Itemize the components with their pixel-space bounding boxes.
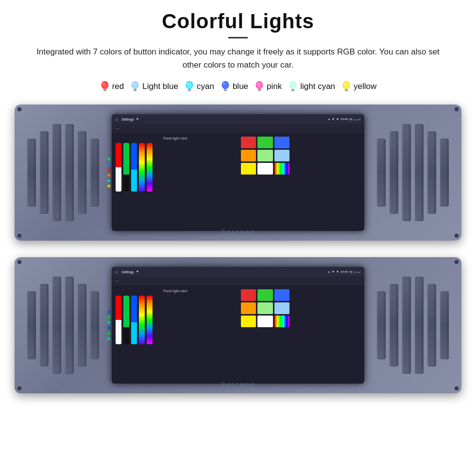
color-bar-red-white-2 (116, 296, 121, 344)
color-bar-rgb-2 (139, 296, 145, 344)
fin (427, 131, 436, 214)
bulb-icon-pink (254, 80, 265, 93)
led-cyan (108, 179, 110, 182)
vent-left-2 (15, 257, 112, 393)
led-blue (108, 163, 110, 166)
fin (427, 284, 436, 367)
settings-label: Settings (121, 118, 134, 121)
settings-pin-2: ✦ (136, 270, 139, 274)
color-label-blue: blue (233, 82, 248, 91)
home-icon: ⌂ (116, 118, 118, 121)
svg-rect-22 (258, 89, 261, 90)
device-container-2: ⌂ Settings ✦ ✦ ▼ ▼ 14:40 📷 ◁ (15, 257, 461, 398)
fin (402, 277, 411, 374)
led-cyan-2 (108, 321, 110, 324)
svg-point-1 (102, 82, 107, 88)
fin (65, 124, 74, 221)
camera-icon-2: 📷 (349, 270, 353, 274)
back-btn: ↩ (358, 118, 360, 121)
color-bar-rainbow (147, 143, 153, 192)
svg-rect-18 (224, 90, 227, 91)
volume-icon: ◁ (354, 118, 357, 121)
grid-cell-lightblue (274, 150, 289, 161)
page-wrapper: Colorful Lights Integrated with 7 colors… (0, 0, 476, 424)
screen-right-section (241, 137, 360, 227)
svg-rect-28 (291, 90, 295, 91)
color-item-pink: pink (254, 80, 282, 93)
color-grid (241, 137, 289, 175)
color-item-yellow: yellow (341, 80, 376, 93)
color-bars-2 (116, 296, 235, 344)
vent-right-2 (364, 257, 461, 393)
vent-left-1 (15, 105, 112, 241)
color-bar-green (123, 143, 129, 192)
fin (377, 291, 386, 359)
color-item-lightblue: Light blue (130, 80, 178, 93)
volume-icon-2: ◁ (354, 270, 357, 274)
svg-rect-3 (103, 90, 106, 91)
svg-point-34 (344, 83, 346, 85)
color-label-lightcyan: light cyan (300, 82, 335, 91)
color-item-lightcyan: light cyan (288, 80, 335, 93)
color-item-blue: blue (220, 80, 248, 93)
screen-2: ⌂ Settings ✦ ✦ ▼ ▼ 14:40 📷 ◁ (112, 267, 364, 384)
device-container-1: ⌂ Settings ✦ ✦ ▼ ▼ 14:40 📷 ◁ (15, 105, 461, 246)
fin (40, 131, 49, 214)
settings-label-2: Settings (121, 270, 134, 274)
grid-cell-yellow (241, 163, 256, 175)
screen-content-1: Panel light color (112, 133, 364, 231)
grid-cell-yellow-2 (241, 316, 256, 327)
led-green (108, 158, 110, 160)
device-section-2: ⌂ Settings ✦ ✦ ▼ ▼ 14:40 📷 ◁ (15, 257, 461, 398)
svg-rect-8 (134, 90, 137, 91)
grid-cell-white (257, 163, 272, 175)
settings-pin: ✦ (136, 117, 139, 121)
time-display: 14:40 (340, 118, 348, 121)
grid-cell-rainbow (274, 163, 289, 175)
fin (40, 284, 49, 367)
svg-point-9 (133, 83, 135, 85)
svg-point-26 (290, 82, 296, 88)
svg-rect-7 (134, 89, 136, 90)
fin (27, 291, 36, 359)
grid-cell-lightblue-2 (274, 302, 289, 314)
fin (415, 277, 424, 374)
grid-cell-green-2 (257, 289, 272, 301)
bulb-icon-lightblue (130, 80, 140, 93)
fin (440, 139, 449, 207)
home-icon-2: ⌂ (116, 270, 118, 274)
svg-point-14 (187, 83, 189, 85)
fin (402, 124, 411, 221)
svg-rect-13 (188, 90, 191, 91)
fin (52, 124, 61, 221)
fin (377, 139, 386, 207)
fin (65, 277, 74, 374)
grid-cell-blue (274, 137, 289, 148)
nav-bar-1: ← (112, 124, 364, 133)
status-left: ⌂ Settings ✦ (116, 117, 139, 121)
back-arrow-icon: ← (116, 126, 120, 131)
vent-fins-right-2 (377, 277, 449, 374)
status-bar-1: ⌂ Settings ✦ ✦ ▼ ▼ 14:40 📷 ◁ (112, 114, 364, 124)
svg-point-21 (256, 82, 262, 88)
watermark-2: Seicane (221, 381, 255, 388)
led-yellow (108, 185, 110, 187)
time-display-2: 14:40 (340, 270, 348, 273)
fin (390, 284, 398, 367)
color-label-pink: pink (267, 82, 282, 91)
vent-fins-right-1 (377, 124, 449, 221)
camera-icon: 📷 (349, 118, 353, 121)
status-right: ✦ ▼ ▼ 14:40 📷 ◁ ↩ (328, 118, 360, 121)
status-right-2: ✦ ▼ ▼ 14:40 📷 ◁ ↩ (328, 270, 360, 274)
fin (27, 139, 36, 207)
svg-point-11 (187, 82, 192, 88)
color-item-red: red (100, 80, 124, 93)
bluetooth-icon: ✦ (328, 118, 330, 121)
svg-rect-12 (188, 89, 191, 90)
vent-fins-left-1 (27, 124, 99, 221)
led-green-2 (108, 316, 110, 318)
wifi-icon: ▼ (332, 118, 335, 121)
led-red (108, 169, 110, 171)
signal-icon-2: ▼ (336, 270, 339, 273)
bulb-icon-yellow (341, 80, 352, 93)
